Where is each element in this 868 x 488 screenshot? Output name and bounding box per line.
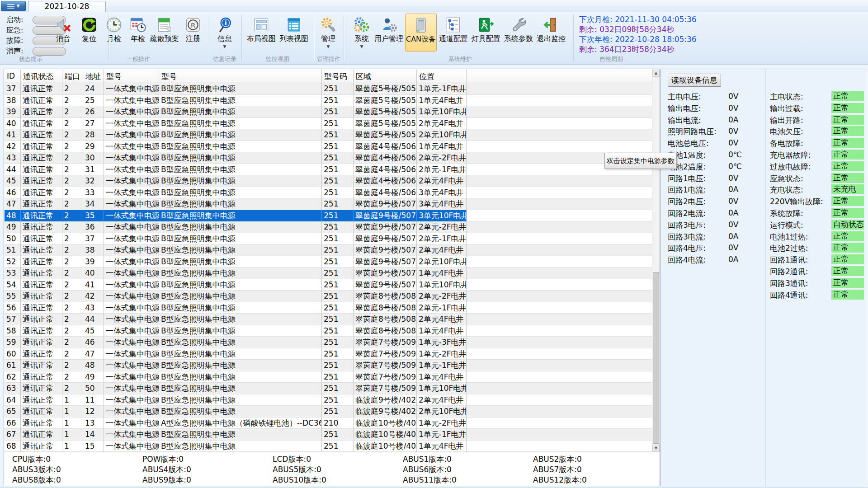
table-cell[interactable]: 通讯正常 [21, 244, 62, 256]
table-row[interactable]: 47通讯正常234一体式集中电源B型应急照明集中电源251翠茵庭9号楼/5073… [5, 198, 652, 210]
table-cell[interactable]: 临波庭10号楼/403 [354, 418, 417, 429]
table-cell[interactable]: B型应急照明集中电源 [159, 406, 322, 418]
table-cell[interactable]: 38 [5, 95, 21, 107]
table-cell[interactable]: 1单元-3F电井 [417, 337, 467, 348]
table-cell[interactable]: 通讯正常 [21, 141, 62, 153]
table-cell[interactable]: 40 [83, 267, 104, 279]
table-cell[interactable]: 45 [83, 325, 104, 337]
table-cell[interactable]: 251 [322, 325, 354, 337]
table-cell[interactable]: 25 [83, 95, 104, 107]
table-row[interactable]: 40通讯正常227一体式集中电源B型应急照明集中电源251翠茵庭5号楼/5052… [5, 118, 652, 130]
table-row[interactable]: 49通讯正常236一体式集中电源B型应急照明集中电源251翠茵庭9号楼/5072… [5, 221, 652, 233]
table-row[interactable]: 56通讯正常243一体式集中电源B型应急照明集中电源251翠茵庭8号楼/5082… [5, 302, 652, 314]
table-cell[interactable]: 翠茵庭9号楼/507 [354, 233, 417, 245]
table-cell[interactable]: 通讯正常 [21, 106, 62, 118]
table-cell[interactable]: 通讯正常 [21, 233, 62, 245]
table-cell[interactable]: 翠茵庭9号楼/507 [354, 256, 417, 268]
table-cell[interactable]: 2 [62, 210, 83, 222]
table-cell[interactable]: 翠茵庭5号楼/505 [354, 129, 417, 141]
table-cell[interactable]: B型应急照明集中电源 [159, 187, 322, 199]
table-cell[interactable]: 临波庭9号楼/402 [354, 406, 417, 418]
table-cell[interactable]: A型应急照明集中电源（磷酸铁锂电池）--DC36V [159, 418, 322, 429]
table-cell[interactable]: 58 [5, 325, 21, 337]
table-cell[interactable]: 31 [83, 164, 104, 176]
table-cell[interactable]: 1单元-1F电井 [417, 83, 467, 95]
table-cell[interactable]: 一体式集中电源 [104, 187, 159, 199]
table-cell[interactable]: 通讯正常 [21, 394, 62, 406]
toolbar-button-annual-check[interactable]: 年检 [126, 14, 150, 52]
table-cell[interactable]: 2单元4F电井 [417, 244, 467, 256]
table-cell[interactable]: 1单元-1F电井 [417, 429, 467, 441]
table-row[interactable]: 50通讯正常237一体式集中电源B型应急照明集中电源251翠茵庭9号楼/5072… [5, 233, 652, 245]
table-cell[interactable]: 通讯正常 [21, 441, 62, 452]
table-cell[interactable]: B型应急照明集中电源 [159, 152, 322, 164]
table-header-cell[interactable]: 型号 [104, 70, 159, 83]
table-cell[interactable]: 1单元-2F电井 [417, 348, 467, 360]
table-cell[interactable]: 44 [83, 314, 104, 325]
table-cell[interactable]: 一体式集中电源 [104, 106, 159, 118]
table-cell[interactable]: B型应急照明集中电源 [159, 429, 322, 441]
table-cell[interactable]: 251 [322, 371, 354, 383]
table-cell[interactable]: 32 [83, 175, 104, 187]
table-cell[interactable]: 翠茵庭8号楼/508 [354, 291, 417, 302]
table-cell[interactable]: 1 [62, 441, 83, 452]
table-cell[interactable]: 翠茵庭5号楼/505 [354, 83, 417, 95]
table-cell[interactable]: 通讯正常 [21, 418, 62, 429]
scroll-down-button[interactable]: ▼ [652, 445, 660, 452]
table-cell[interactable]: 一体式集中电源 [104, 279, 159, 291]
table-cell[interactable]: 67 [5, 429, 21, 441]
table-cell[interactable]: 翠茵庭9号楼/507 [354, 210, 417, 222]
toolbar-button-evacuation-plan[interactable]: 疏散预案 [148, 14, 181, 52]
table-cell[interactable]: 251 [322, 164, 354, 176]
table-cell[interactable]: 1单元4F电井 [417, 325, 467, 337]
table-cell[interactable]: 1单元-1F电井 [417, 360, 467, 371]
table-cell[interactable]: 51 [5, 244, 21, 256]
table-cell[interactable]: 251 [322, 360, 354, 371]
table-cell[interactable]: 57 [5, 314, 21, 325]
table-row[interactable]: 65通讯正常112一体式集中电源B型应急照明集中电源251临波庭9号楼/4022… [5, 406, 652, 418]
table-cell[interactable]: 43 [5, 152, 21, 164]
table-cell[interactable]: 一体式集中电源 [104, 152, 159, 164]
table-row[interactable]: 52通讯正常239一体式集中电源B型应急照明集中电源251翠茵庭9号楼/5072… [5, 256, 652, 268]
table-cell[interactable]: 2 [62, 164, 83, 176]
table-cell[interactable]: 1 [62, 418, 83, 429]
table-row[interactable]: 41通讯正常228一体式集中电源B型应急照明集中电源251翠茵庭5号楼/5052… [5, 129, 652, 141]
table-cell[interactable]: 翠茵庭9号楼/507 [354, 198, 417, 210]
table-row[interactable]: 62通讯正常249一体式集中电源B型应急照明集中电源251翠茵庭7号楼/5091… [5, 371, 652, 383]
table-cell[interactable]: 40 [5, 118, 21, 130]
table-cell[interactable]: 56 [5, 302, 21, 314]
table-cell[interactable]: B型应急照明集中电源 [159, 83, 322, 95]
table-cell[interactable]: 一体式集中电源 [104, 83, 159, 95]
table-cell[interactable]: 65 [5, 406, 21, 418]
table-cell[interactable]: 一体式集中电源 [104, 244, 159, 256]
table-cell[interactable]: 一体式集中电源 [104, 383, 159, 394]
table-cell[interactable]: 翠茵庭4号楼/506 [354, 141, 417, 153]
table-cell[interactable]: 通讯正常 [21, 337, 62, 348]
table-cell[interactable]: 1 [62, 406, 83, 418]
table-cell[interactable]: 45 [5, 175, 21, 187]
table-cell[interactable]: B型应急照明集中电源 [159, 383, 322, 394]
toolbar-button-mute[interactable]: 消音 [51, 14, 76, 52]
vertical-scrollbar[interactable]: ▲ ▼ [652, 70, 660, 452]
toolbar-button-system-param[interactable]: 系统参数 [503, 14, 534, 52]
table-cell[interactable]: 2 [62, 244, 83, 256]
table-cell[interactable]: 2 [62, 291, 83, 302]
table-header-cell[interactable]: 型号码 [322, 70, 354, 83]
toolbar-button-register[interactable]: R注册 [181, 14, 205, 52]
table-cell[interactable]: 47 [83, 348, 104, 360]
table-cell[interactable]: 2单元-1F电井 [417, 302, 467, 314]
table-cell[interactable]: 一体式集中电源 [104, 360, 159, 371]
table-cell[interactable]: 2单元10F电井 [417, 256, 467, 268]
table-cell[interactable]: 251 [322, 394, 354, 406]
table-cell[interactable]: 一体式集中电源 [104, 337, 159, 348]
table-cell[interactable]: 251 [322, 233, 354, 245]
table-cell[interactable]: 2 [62, 221, 83, 233]
table-cell[interactable]: 2单元10F电井 [417, 129, 467, 141]
table-cell[interactable]: 2 [62, 83, 83, 95]
table-cell[interactable]: B型应急照明集中电源 [159, 164, 322, 176]
toolbar-button-user-manage[interactable]: 用户管理 [373, 14, 405, 52]
table-cell[interactable]: 251 [322, 129, 354, 141]
table-cell[interactable]: 37 [83, 233, 104, 245]
table-cell[interactable]: 2 [62, 106, 83, 118]
table-cell[interactable]: 251 [322, 314, 354, 325]
